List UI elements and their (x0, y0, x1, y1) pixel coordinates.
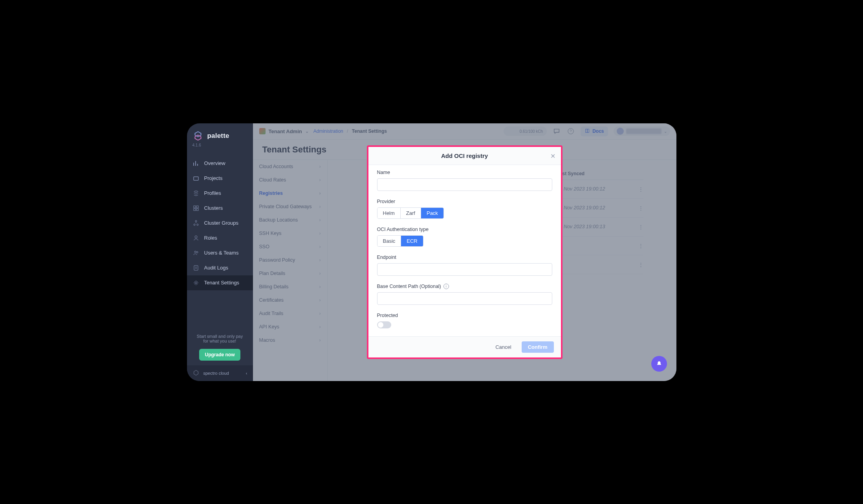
field-name: Name (377, 170, 552, 191)
svg-point-1 (194, 191, 198, 192)
svg-rect-4 (194, 209, 196, 211)
modal-highlight-border: Add OCI registry ✕ Name Provider Helm (367, 145, 563, 359)
folder-icon (192, 175, 200, 182)
chart-icon (192, 160, 200, 167)
provider-segment: Helm Zarf Pack (377, 207, 444, 219)
auth-option-basic[interactable]: Basic (377, 236, 401, 246)
label-name: Name (377, 170, 552, 175)
svg-point-13 (195, 282, 197, 284)
brand-name: palette (207, 132, 229, 140)
field-base-path: Base Content Path (Optional) i (377, 284, 552, 305)
svg-point-6 (195, 220, 197, 222)
provider-option-pack[interactable]: Pack (421, 208, 443, 218)
auth-segment: Basic ECR (377, 235, 423, 247)
sidebar-item-cluster-groups[interactable]: Cluster Groups (187, 216, 253, 231)
field-protected: Protected (377, 313, 552, 328)
sidebar-item-clusters[interactable]: Clusters (187, 201, 253, 216)
toggle-knob (378, 322, 383, 328)
sidebar-item-label: Overview (204, 160, 225, 166)
people-icon (192, 249, 200, 257)
person-icon (192, 235, 200, 242)
sidebar-item-users-teams[interactable]: Users & Teams (187, 246, 253, 260)
sidebar-item-overview[interactable]: Overview (187, 156, 253, 171)
modal-body: Name Provider Helm Zarf Pack (368, 165, 561, 336)
modal-container: Add OCI registry ✕ Name Provider Helm (367, 145, 563, 359)
sidebar-item-audit-logs[interactable]: Audit Logs (187, 260, 253, 275)
sidebar-footer[interactable]: spectro cloud ‹ (187, 365, 253, 381)
sidebar-item-profiles[interactable]: Profiles (187, 186, 253, 201)
endpoint-input[interactable] (377, 263, 552, 276)
label-auth-type: OCI Authentication type (377, 227, 552, 232)
info-icon[interactable]: i (443, 284, 449, 289)
main-area: Tenant Admin ⌄ Administration / Tenant S… (253, 123, 676, 381)
name-input[interactable] (377, 178, 552, 191)
sidebar-item-label: Audit Logs (204, 265, 228, 271)
provider-option-zarf[interactable]: Zarf (401, 208, 421, 218)
nodes-icon (192, 220, 200, 227)
bell-icon (656, 360, 663, 367)
add-oci-registry-modal: Add OCI registry ✕ Name Provider Helm (368, 147, 561, 357)
gear-icon (192, 279, 200, 286)
protected-toggle[interactable] (377, 321, 391, 328)
stack-icon (192, 190, 200, 197)
label-protected: Protected (377, 313, 552, 318)
sidebar: palette 4.1.6 Overview Projects Profiles… (187, 123, 253, 381)
sidebar-item-projects[interactable]: Projects (187, 171, 253, 186)
modal-title: Add OCI registry (441, 152, 488, 159)
upsell-line: Start small and only pay (192, 334, 248, 339)
chevron-left-icon: ‹ (246, 371, 247, 376)
label-base-path: Base Content Path (Optional) i (377, 284, 552, 289)
svg-rect-0 (194, 177, 198, 180)
svg-point-10 (194, 251, 196, 253)
modal-header: Add OCI registry ✕ (368, 147, 561, 165)
log-icon (192, 264, 200, 271)
version-label: 4.1.6 (187, 143, 253, 153)
upgrade-button[interactable]: Upgrade now (199, 349, 240, 361)
cloud-icon (192, 369, 200, 377)
svg-rect-3 (196, 206, 198, 208)
confirm-button[interactable]: Confirm (522, 341, 554, 353)
base-path-input[interactable] (377, 292, 552, 305)
sidebar-item-label: Tenant Settings (204, 280, 240, 286)
help-fab[interactable] (651, 356, 667, 372)
provider-option-helm[interactable]: Helm (377, 208, 401, 218)
label-endpoint: Endpoint (377, 255, 552, 260)
logo-icon (192, 130, 203, 141)
sidebar-item-label: Clusters (204, 205, 223, 211)
field-provider: Provider Helm Zarf Pack (377, 199, 552, 219)
label-base-path-text: Base Content Path (Optional) (377, 284, 441, 289)
app-frame: palette 4.1.6 Overview Projects Profiles… (187, 123, 676, 381)
brand-logo: palette (187, 123, 253, 143)
svg-rect-2 (194, 206, 196, 208)
field-auth-type: OCI Authentication type Basic ECR (377, 227, 552, 247)
close-icon[interactable]: ✕ (550, 152, 555, 160)
svg-rect-12 (194, 266, 198, 270)
upsell-line: for what you use! (192, 339, 248, 343)
sidebar-item-label: Roles (204, 235, 217, 241)
field-endpoint: Endpoint (377, 255, 552, 276)
grid-icon (192, 205, 200, 212)
sidebar-item-label: Users & Teams (204, 250, 239, 256)
auth-option-ecr[interactable]: ECR (401, 236, 423, 246)
upsell-text: Start small and only pay for what you us… (187, 332, 253, 346)
svg-point-11 (196, 251, 198, 253)
sidebar-footer-label: spectro cloud (203, 371, 229, 376)
sidebar-item-label: Profiles (204, 190, 221, 196)
sidebar-nav: Overview Projects Profiles Clusters Clus… (187, 153, 253, 332)
sidebar-item-label: Cluster Groups (204, 220, 238, 226)
sidebar-item-roles[interactable]: Roles (187, 231, 253, 246)
sidebar-item-tenant-settings[interactable]: Tenant Settings (187, 275, 253, 290)
svg-point-9 (195, 236, 197, 238)
cancel-button[interactable]: Cancel (489, 341, 517, 353)
sidebar-item-label: Projects (204, 175, 223, 181)
svg-rect-5 (196, 209, 198, 211)
label-provider: Provider (377, 199, 552, 204)
modal-footer: Cancel Confirm (368, 336, 561, 357)
